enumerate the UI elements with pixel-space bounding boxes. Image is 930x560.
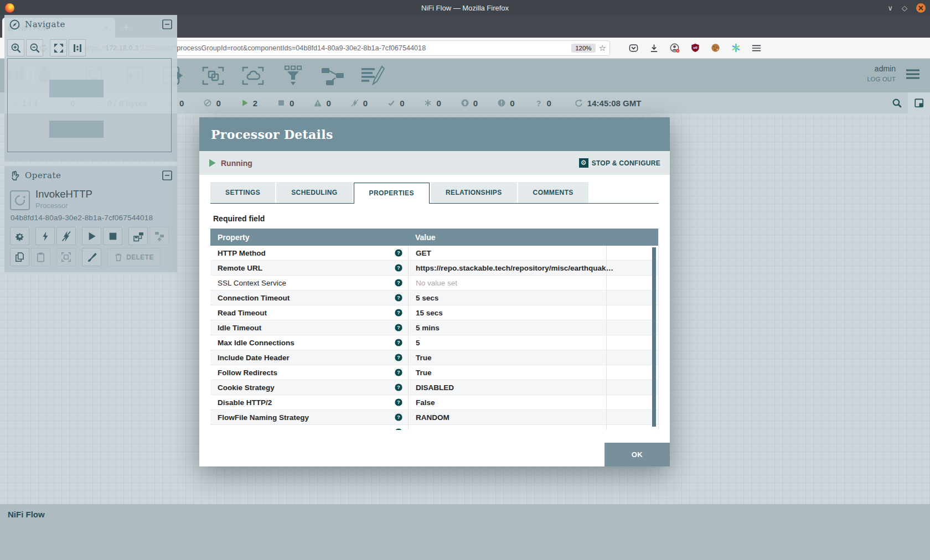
help-icon[interactable]: ? <box>395 369 402 376</box>
property-row[interactable]: FlowFile Naming Strategy?RANDOM <box>210 410 658 425</box>
help-icon[interactable]: ? <box>395 428 402 430</box>
asterisk-icon <box>424 99 432 107</box>
property-row[interactable]: Read Timeout?15 secs <box>210 305 658 320</box>
help-icon[interactable]: ? <box>395 324 402 331</box>
bookmark-star-icon[interactable]: ☆ <box>599 43 606 53</box>
bolt-slash-icon <box>351 99 359 107</box>
property-name: Disable HTTP/2 <box>218 398 395 407</box>
property-value[interactable]: 15 secs <box>416 309 443 317</box>
property-value[interactable]: 5 <box>416 339 420 347</box>
property-value[interactable]: 5 secs <box>416 294 438 302</box>
help-icon[interactable]: ? <box>395 354 402 361</box>
required-field-note: Required field <box>213 214 656 223</box>
maximize-icon[interactable]: ◇ <box>902 4 907 12</box>
ublock-icon[interactable]: u0 <box>691 43 700 53</box>
value-column-header: Value <box>408 233 606 242</box>
help-icon[interactable]: ? <box>395 279 402 287</box>
help-icon[interactable]: ? <box>395 309 402 317</box>
actual-size-button[interactable] <box>69 39 86 56</box>
funnel-component-icon[interactable] <box>280 65 306 87</box>
help-icon[interactable]: ? <box>395 398 402 406</box>
arrow-up-circle-icon <box>461 99 469 107</box>
stopped-icon <box>277 99 285 107</box>
help-icon[interactable]: ? <box>395 383 402 391</box>
property-value[interactable]: No value set <box>416 279 457 287</box>
property-value[interactable]: RANDOM <box>416 413 450 422</box>
property-value[interactable]: False <box>416 398 435 407</box>
property-row[interactable]: HTTP Method?GET <box>210 246 658 261</box>
property-actions-cell <box>606 261 658 275</box>
help-icon[interactable]: ? <box>395 339 402 346</box>
collapse-navigate-icon[interactable] <box>162 19 172 29</box>
property-name: Follow Redirects <box>218 369 395 377</box>
window-titlebar: NiFi Flow — Mozilla Firefox ∨ ◇ <box>0 0 930 15</box>
property-name: SSL Context Service <box>218 279 395 287</box>
account-icon[interactable] <box>670 43 680 53</box>
status-running: 2 <box>241 98 257 108</box>
property-row[interactable]: Idle Timeout?5 mins <box>210 320 658 335</box>
property-row[interactable]: Follow Redirects?True <box>210 365 658 380</box>
table-scrollbar-thumb[interactable] <box>652 247 656 427</box>
processor-details-dialog: Processor Details Running ⚙ STOP & CONFI… <box>199 117 670 466</box>
property-value[interactable]: 5 mins <box>416 324 440 332</box>
property-row[interactable]: Connection Timeout?5 secs <box>210 291 658 305</box>
refresh-icon[interactable] <box>575 99 583 107</box>
property-row[interactable]: SSL Context Service?No value set <box>210 276 658 291</box>
tab-scheduling[interactable]: SCHEDULING <box>276 182 352 203</box>
process-group-component-icon[interactable] <box>200 65 226 87</box>
tab-relationships[interactable]: RELATIONSHIPS <box>431 182 517 203</box>
properties-table-header: Property Value <box>210 229 658 246</box>
tab-settings[interactable]: SETTINGS <box>210 182 275 203</box>
property-value[interactable]: True <box>416 369 432 377</box>
zoom-in-button[interactable] <box>7 39 24 56</box>
menu-hamburger-icon[interactable] <box>752 44 761 52</box>
property-value[interactable]: GET <box>416 249 431 257</box>
search-icon[interactable] <box>886 92 908 113</box>
svg-text:?: ? <box>397 429 400 430</box>
logout-link[interactable]: LOG OUT <box>867 76 896 82</box>
status-count: 0 <box>179 98 184 108</box>
zoom-level-chip[interactable]: 120% <box>571 44 595 53</box>
status-count: 0 <box>473 98 478 108</box>
property-row[interactable]: Remote URL?https://repo.stackable.tech/r… <box>210 261 658 276</box>
template-component-icon[interactable] <box>320 65 345 87</box>
help-icon[interactable]: ? <box>395 294 402 302</box>
label-component-icon[interactable] <box>360 65 385 87</box>
zoom-out-button[interactable] <box>26 39 43 56</box>
svg-text:?: ? <box>397 265 400 271</box>
help-icon[interactable]: ? <box>395 413 402 421</box>
status-count: 0 <box>363 98 368 108</box>
remote-process-group-component-icon[interactable] <box>240 65 266 87</box>
tab-properties[interactable]: PROPERTIES <box>354 183 430 204</box>
stop-configure-button[interactable]: ⚙ STOP & CONFIGURE <box>579 158 660 168</box>
extension-asterisk-icon[interactable] <box>731 43 741 53</box>
help-icon[interactable]: ? <box>395 249 402 257</box>
not-transmitting-icon <box>204 99 211 107</box>
cookie-icon[interactable] <box>711 43 720 53</box>
refresh-status: 14:45:08 GMT <box>575 98 642 108</box>
property-value[interactable]: DISABLED <box>416 383 454 392</box>
settings-panel-icon[interactable] <box>908 92 930 113</box>
svg-text:?: ? <box>397 400 400 405</box>
tab-comments[interactable]: COMMENTS <box>518 182 588 203</box>
ok-button[interactable]: OK <box>604 443 670 466</box>
property-row[interactable]: Disable HTTP/2?False <box>210 395 658 410</box>
property-value[interactable]: No value set <box>416 428 457 431</box>
property-row[interactable]: Cookie Strategy?DISABLED <box>210 380 658 395</box>
status-stale: 0 <box>461 98 478 108</box>
stop-configure-gear-icon: ⚙ <box>579 158 588 168</box>
property-row[interactable]: Max Idle Connections?5 <box>210 335 658 350</box>
fit-view-button[interactable] <box>50 39 67 56</box>
status-count: 0 <box>290 98 294 108</box>
minimize-icon[interactable]: ∨ <box>887 4 893 12</box>
global-menu-hamburger-icon[interactable] <box>906 69 920 80</box>
download-icon[interactable] <box>649 44 659 53</box>
help-icon[interactable]: ? <box>395 264 402 272</box>
property-value[interactable]: https://repo.stackable.tech/repository/m… <box>416 264 613 272</box>
navigate-title: Navigate <box>25 19 162 29</box>
close-window-icon[interactable] <box>916 3 926 13</box>
property-row[interactable]: Attributes to Send?No value set <box>210 425 658 430</box>
pocket-icon[interactable] <box>629 44 638 53</box>
property-row[interactable]: Include Date Header?True <box>210 350 658 365</box>
property-value[interactable]: True <box>416 354 432 362</box>
